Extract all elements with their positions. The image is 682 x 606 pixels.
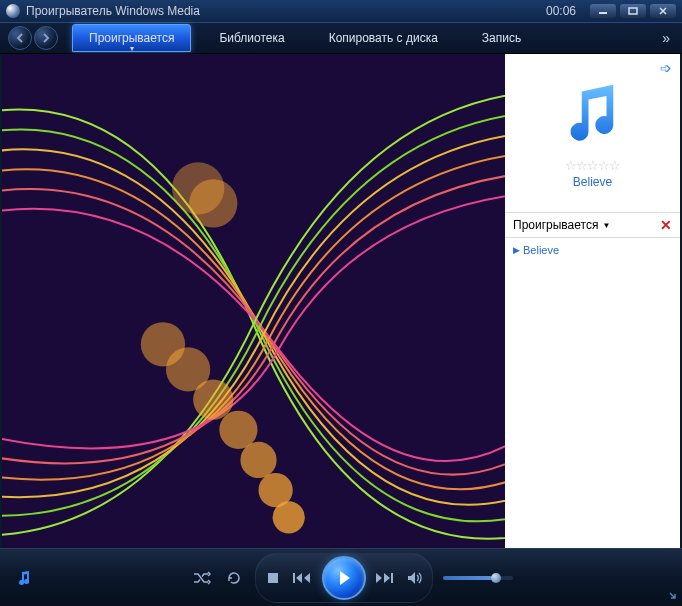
close-button[interactable] (650, 4, 676, 18)
next-button[interactable] (374, 567, 396, 589)
tab-label: Проигрывается (89, 31, 174, 45)
previous-button[interactable] (292, 567, 314, 589)
window-title: Проигрыватель Windows Media (26, 4, 546, 18)
now-playing-icon[interactable] (14, 567, 36, 589)
clear-playlist-button[interactable]: ✕ (660, 217, 672, 233)
volume-fill (443, 576, 492, 580)
app-icon (6, 4, 20, 18)
tab-label: Копировать с диска (329, 31, 438, 45)
elapsed-time: 00:06 (546, 4, 576, 18)
tab-label: Библиотека (219, 31, 284, 45)
chevron-down-icon: ▾ (130, 44, 134, 53)
now-playing-marker-icon: ▶ (513, 245, 520, 255)
tab-library[interactable]: Библиотека (203, 25, 300, 51)
svg-rect-13 (293, 573, 295, 583)
minimize-button[interactable] (590, 4, 616, 18)
music-note-icon (557, 78, 629, 154)
stop-button[interactable] (262, 567, 284, 589)
maximize-button[interactable] (620, 4, 646, 18)
album-art-area: ➩ ☆☆☆☆☆ Believe (505, 54, 680, 212)
tab-rip[interactable]: Копировать с диска (313, 25, 454, 51)
play-pause-button[interactable] (322, 556, 366, 600)
visualization-pane[interactable] (2, 54, 505, 548)
volume-slider[interactable] (443, 576, 513, 580)
svg-rect-1 (629, 8, 637, 14)
playlist-item-label: Believe (523, 244, 559, 256)
tab-now-playing[interactable]: Проигрывается ▾ (72, 24, 191, 52)
shuffle-button[interactable] (191, 567, 213, 589)
playlist-header-label: Проигрывается (513, 218, 598, 232)
playback-controls (0, 548, 682, 606)
svg-point-9 (240, 442, 276, 478)
expand-arrow-icon[interactable]: ➩ (660, 60, 672, 76)
mute-button[interactable] (404, 567, 426, 589)
volume-thumb[interactable] (491, 573, 501, 583)
back-button[interactable] (8, 26, 32, 50)
tab-burn[interactable]: Запись (466, 25, 537, 51)
transport-group (255, 553, 433, 603)
playlist-item[interactable]: ▶ Believe (513, 244, 672, 256)
chevron-down-icon: ▼ (602, 221, 610, 230)
title-bar: Проигрыватель Windows Media 00:06 (0, 0, 682, 22)
svg-point-7 (193, 379, 233, 419)
rating-stars[interactable]: ☆☆☆☆☆ (565, 158, 620, 173)
now-playing-sidebar: ➩ ☆☆☆☆☆ Believe Проигрывается ▼ ✕ (505, 54, 680, 548)
playlist: ▶ Believe (505, 238, 680, 548)
svg-point-11 (273, 501, 305, 533)
svg-rect-12 (268, 573, 278, 583)
svg-rect-14 (391, 573, 393, 583)
repeat-button[interactable] (223, 567, 245, 589)
tab-label: Запись (482, 31, 521, 45)
playlist-header[interactable]: Проигрывается ▼ ✕ (505, 212, 680, 238)
svg-rect-0 (599, 12, 607, 14)
svg-point-4 (189, 179, 237, 227)
forward-button[interactable] (34, 26, 58, 50)
main-area: ➩ ☆☆☆☆☆ Believe Проигрывается ▼ ✕ (0, 54, 682, 548)
nav-bar: Проигрывается ▾ Библиотека Копировать с … (0, 22, 682, 54)
compact-mode-button[interactable] (664, 587, 676, 602)
tabs-overflow-button[interactable]: » (658, 26, 674, 50)
track-title[interactable]: Believe (573, 175, 612, 189)
